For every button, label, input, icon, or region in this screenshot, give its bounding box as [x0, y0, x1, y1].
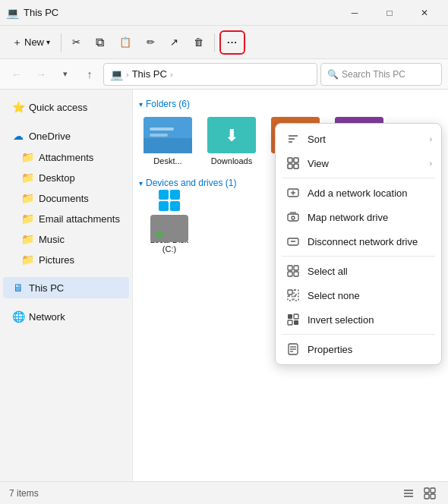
- list-view-button[interactable]: [399, 484, 418, 502]
- desktop-label: Desktop: [39, 172, 75, 184]
- search-box[interactable]: 🔍 Search This PC: [320, 63, 442, 86]
- address-path[interactable]: 💻 › This PC ›: [103, 63, 317, 86]
- svg-rect-1: [150, 128, 174, 131]
- menu-item-properties[interactable]: Properties: [276, 337, 441, 361]
- menu-item-disconnect-drive[interactable]: Disconnect network drive: [276, 229, 441, 254]
- disconnect-drive-icon: [286, 235, 300, 248]
- svg-rect-28: [294, 272, 298, 276]
- folder-icon-4: 📁: [21, 213, 34, 225]
- new-button[interactable]: ＋ New ▾: [6, 30, 56, 55]
- folder-icon: 📁: [21, 151, 34, 163]
- sidebar-item-network[interactable]: 🌐 Network: [3, 306, 129, 327]
- new-dropdown-icon: ▾: [46, 38, 50, 46]
- menu-item-map-drive[interactable]: Map network drive: [276, 205, 441, 229]
- folder-item-downloads[interactable]: ⬇ Downloads: [203, 114, 260, 169]
- documents-label: Documents: [39, 193, 89, 204]
- folder-icon-3: 📁: [21, 192, 34, 204]
- menu-separator-2: [282, 256, 435, 257]
- menu-item-view[interactable]: View ›: [276, 151, 441, 175]
- menu-label-sort: Sort: [308, 134, 326, 145]
- folders-section-header[interactable]: ▾ Folders (6): [139, 99, 442, 109]
- view-controls: [399, 484, 439, 502]
- menu-label-properties: Properties: [308, 344, 352, 355]
- copy-icon: ⧉: [96, 36, 104, 49]
- minimize-button[interactable]: ─: [337, 0, 372, 26]
- menu-item-select-none[interactable]: Select none: [276, 283, 441, 307]
- svg-rect-29: [288, 290, 292, 295]
- cut-button[interactable]: ✂: [66, 30, 87, 55]
- window-icon: 💻: [6, 7, 19, 19]
- search-icon: 🔍: [327, 69, 339, 80]
- star-icon: ⭐: [12, 101, 24, 113]
- folders-chevron: ▾: [139, 100, 143, 109]
- svg-rect-3: [150, 140, 165, 143]
- menu-item-add-network[interactable]: Add a network location: [276, 181, 441, 205]
- path-separator: ›: [126, 70, 129, 79]
- grid-view-button[interactable]: [421, 484, 439, 502]
- path-separator-2: ›: [170, 70, 173, 79]
- svg-rect-31: [288, 296, 292, 301]
- menu-label-disconnect-drive: Disconnect network drive: [308, 236, 418, 247]
- view-icon: [286, 156, 300, 170]
- maximize-button[interactable]: □: [372, 0, 407, 26]
- sort-icon: [286, 132, 300, 146]
- recent-button[interactable]: ▾: [55, 64, 76, 85]
- menu-item-invert-selection[interactable]: Invert selection: [276, 307, 441, 332]
- sort-arrow: ›: [430, 135, 432, 143]
- sidebar-item-onedrive[interactable]: ☁ OneDrive: [3, 125, 129, 146]
- folder-item-desktop[interactable]: Deskt...: [139, 114, 197, 169]
- close-button[interactable]: ✕: [407, 0, 442, 26]
- toolbar: ＋ New ▾ ✂ ⧉ 📋 ✏ ↗ 🗑 ···: [0, 26, 448, 59]
- paste-button[interactable]: 📋: [113, 30, 137, 55]
- folder-thumb-desktop: [144, 117, 192, 153]
- back-button[interactable]: ←: [6, 64, 27, 85]
- sidebar-item-music[interactable]: 📁 Music: [3, 229, 129, 249]
- devices-chevron: ▾: [139, 179, 143, 187]
- rename-button[interactable]: ✏: [140, 30, 161, 55]
- folder-icon-2: 📁: [21, 172, 34, 184]
- share-button[interactable]: ↗: [164, 30, 185, 55]
- sidebar-item-quick-access[interactable]: ⭐ Quick access: [3, 96, 129, 118]
- menu-label-select-none: Select none: [308, 290, 360, 301]
- sidebar-item-attachments[interactable]: 📁 Attachments: [3, 147, 129, 167]
- select-none-icon: [286, 288, 300, 302]
- delete-button[interactable]: 🗑: [188, 30, 210, 55]
- device-item-localc[interactable]: Local Disk (C:): [139, 193, 200, 257]
- svg-rect-47: [431, 494, 435, 499]
- sidebar-item-pictures[interactable]: 📁 Pictures: [3, 250, 129, 269]
- copy-button[interactable]: ⧉: [90, 30, 110, 55]
- delete-icon: 🗑: [194, 36, 203, 48]
- more-options-button[interactable]: ···: [219, 30, 245, 55]
- title-bar: 💻 This PC ─ □ ✕: [0, 0, 448, 26]
- sidebar-item-desktop[interactable]: 📁 Desktop: [3, 168, 129, 187]
- email-attachments-label: Email attachments: [39, 213, 120, 225]
- svg-rect-15: [288, 164, 292, 169]
- menu-item-sort[interactable]: Sort ›: [276, 127, 441, 151]
- paste-icon: 📋: [119, 36, 131, 48]
- svg-rect-36: [294, 320, 298, 325]
- svg-rect-45: [431, 488, 435, 493]
- onedrive-section: ☁ OneDrive 📁 Attachments 📁 Desktop 📁 Doc…: [0, 121, 132, 273]
- toolbar-separator: [61, 33, 62, 52]
- onedrive-icon: ☁: [12, 130, 24, 142]
- more-icon: ···: [227, 36, 238, 48]
- add-network-icon: [286, 186, 300, 200]
- path-pc-icon: 💻: [110, 68, 123, 80]
- up-button[interactable]: ↑: [79, 64, 100, 85]
- folder-icon-5: 📁: [21, 233, 34, 245]
- sidebar-item-thispc[interactable]: 🖥 This PC: [3, 277, 129, 298]
- svg-rect-34: [294, 314, 298, 319]
- thispc-section: 🖥 This PC: [0, 273, 132, 302]
- hdd-icon: [150, 215, 188, 242]
- svg-text:⬇: ⬇: [225, 126, 238, 145]
- menu-label-add-network: Add a network location: [308, 187, 408, 199]
- sidebar-item-email-attachments[interactable]: 📁 Email attachments: [3, 209, 129, 228]
- forward-button[interactable]: →: [30, 64, 52, 85]
- svg-rect-13: [288, 158, 292, 162]
- folder-label-desktop: Deskt...: [153, 156, 181, 165]
- share-icon: ↗: [170, 36, 178, 48]
- cut-icon: ✂: [72, 36, 80, 48]
- menu-item-select-all[interactable]: Select all: [276, 259, 441, 283]
- plus-icon: ＋: [12, 36, 22, 49]
- sidebar-item-documents[interactable]: 📁 Documents: [3, 188, 129, 208]
